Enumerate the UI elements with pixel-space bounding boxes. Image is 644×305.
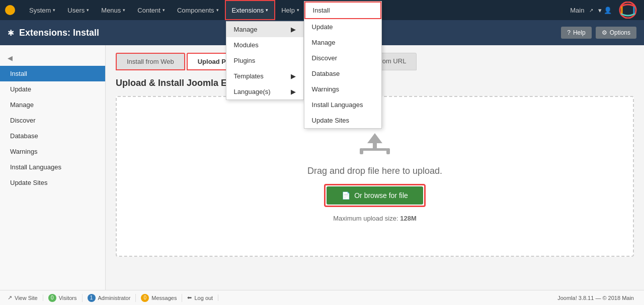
statusbar-visitors-label: Visitors <box>59 295 77 301</box>
upload-limit-text: Maximum upload size: 128M <box>333 215 416 222</box>
chevron-right-icon: ▶ <box>291 72 296 80</box>
chevron-down-icon: ▾ <box>53 8 55 13</box>
ext-submenu-install[interactable]: Install <box>304 2 381 19</box>
user-icon[interactable]: ▾ 👤 <box>598 7 612 14</box>
external-link-icon: ↗ <box>589 8 593 13</box>
ext-submenu-install-languages-label: Install Languages <box>312 101 363 109</box>
ext-submenu-install-languages[interactable]: Install Languages <box>304 97 381 113</box>
sidebar-item-manage[interactable]: Manage <box>0 97 105 113</box>
nav-label-extensions: Extensions <box>232 7 264 14</box>
nav-item-help[interactable]: Help ▾ <box>275 0 305 20</box>
ext-submenu-update-sites[interactable]: Update Sites <box>304 113 381 128</box>
browse-file-button[interactable]: 📄 Or browse for file <box>327 186 423 205</box>
messages-badge: 0 <box>141 294 149 302</box>
sidebar-item-discover[interactable]: Discover <box>0 113 105 128</box>
sidebar-item-update-sites-label: Update Sites <box>10 179 47 186</box>
navbar-right: Main ↗ ▾ 👤 <box>570 2 639 19</box>
ext-submenu-database-label: Database <box>312 70 340 77</box>
back-icon: ◀ <box>8 54 13 62</box>
options-label: Options <box>610 29 630 36</box>
file-icon: 📄 <box>342 191 350 199</box>
nav-item-components[interactable]: Components ▾ <box>171 0 225 20</box>
chevron-down-icon: ▾ <box>216 8 219 13</box>
nav-item-content[interactable]: Content ▾ <box>131 0 171 20</box>
logout-icon: ⬅ <box>187 294 192 301</box>
sidebar-item-install-languages[interactable]: Install Languages <box>0 159 105 175</box>
statusbar-admin-label: Administrator <box>98 295 131 301</box>
ext-submenu-warnings[interactable]: Warnings <box>304 81 381 97</box>
upload-drag-text: Drag and drop file here to upload. <box>307 166 442 176</box>
sidebar-item-update-sites[interactable]: Update Sites <box>0 175 105 190</box>
nav-label-users: Users <box>67 7 85 14</box>
statusbar-logout-label: Log out <box>194 295 213 301</box>
sidebar-item-update-label: Update <box>10 85 31 93</box>
ext-menu-manage[interactable]: Manage ▶ <box>226 22 303 37</box>
upload-limit-value: 128M <box>400 215 417 222</box>
ext-menu-templates-label: Templates <box>234 72 264 80</box>
help-button[interactable]: ? Help <box>561 27 591 39</box>
sidebar-item-install-languages-label: Install Languages <box>10 163 61 171</box>
ext-menu-plugins[interactable]: Plugins <box>226 53 303 68</box>
sidebar-item-install[interactable]: Install <box>0 66 105 81</box>
ext-submenu-update-sites-label: Update Sites <box>312 117 349 124</box>
tab-install-from-web-label: Install from Web <box>127 58 174 65</box>
svg-marker-6 <box>367 133 382 143</box>
ext-menu-modules[interactable]: Modules <box>226 37 303 53</box>
ext-menu-languages-label: Language(s) <box>234 88 271 95</box>
ext-submenu-install-label: Install <box>313 7 330 14</box>
ext-submenu-manage-label: Manage <box>312 39 336 46</box>
upload-icon <box>360 131 390 158</box>
nav-item-users[interactable]: Users ▾ <box>61 0 95 20</box>
nav-item-menus[interactable]: Menus ▾ <box>95 0 131 20</box>
statusbar-logout[interactable]: ⬅ Log out <box>182 294 218 301</box>
extensions-dropdown-menu: Manage ▶ Modules Plugins Templates ▶ Lan… <box>226 21 304 100</box>
sidebar-item-warnings[interactable]: Warnings <box>0 144 105 159</box>
ext-submenu-manage[interactable]: Manage <box>304 35 381 50</box>
statusbar-messages-label: Messages <box>151 295 177 301</box>
statusbar-viewsite[interactable]: ↗ View Site <box>5 294 43 301</box>
nav-item-system[interactable]: System ▾ <box>23 0 61 20</box>
statusbar-viewsite-label: View Site <box>15 295 38 301</box>
ext-submenu-update[interactable]: Update <box>304 19 381 35</box>
upload-limit-label: Maximum upload size: <box>333 215 398 222</box>
statusbar-version: Joomla! 3.8.11 — © 2018 Main <box>552 295 639 301</box>
options-button[interactable]: ⚙ Options <box>596 27 636 39</box>
nav-label-help: Help <box>281 7 295 14</box>
ext-submenu-update-label: Update <box>312 23 333 31</box>
ext-menu-languages[interactable]: Language(s) ▶ <box>226 84 303 99</box>
svg-rect-4 <box>360 148 363 154</box>
subheader-buttons: ? Help ⚙ Options <box>561 27 636 39</box>
sidebar-item-install-label: Install <box>10 70 27 77</box>
admin-badge: 1 <box>88 294 96 302</box>
extensions-submenu: Install Update Manage Discover Database … <box>304 1 382 129</box>
ext-submenu-warnings-label: Warnings <box>312 85 339 93</box>
ext-submenu-discover[interactable]: Discover <box>304 50 381 66</box>
nav-label-menus: Menus <box>101 7 121 14</box>
ext-submenu-database[interactable]: Database <box>304 66 381 81</box>
tab-install-from-web[interactable]: Install from Web <box>116 53 185 70</box>
navbar-brand <box>5 5 18 15</box>
ext-submenu-discover-label: Discover <box>312 54 338 62</box>
visitors-badge: 0 <box>48 294 56 302</box>
main-link[interactable]: Main <box>570 7 584 14</box>
joomla-small-icon <box>5 5 15 15</box>
svg-rect-7 <box>373 143 377 150</box>
nav-item-extensions[interactable]: Extensions ▾ Manage ▶ Modules Plugins Te… <box>225 0 276 20</box>
ext-menu-templates[interactable]: Templates ▶ <box>226 68 303 84</box>
chevron-down-icon: ▾ <box>297 8 299 13</box>
sidebar-back-btn[interactable]: ◀ <box>0 50 105 66</box>
chevron-right-icon: ▶ <box>291 26 296 33</box>
sidebar-item-database[interactable]: Database <box>0 128 105 144</box>
sidebar-item-update[interactable]: Update <box>0 81 105 97</box>
statusbar-visitors: 0 Visitors <box>43 294 83 302</box>
ext-menu-plugins-label: Plugins <box>234 57 256 64</box>
browse-btn-label: Or browse for file <box>354 191 408 199</box>
browse-btn-wrapper: 📄 Or browse for file <box>324 184 426 207</box>
chevron-down-icon: ▾ <box>163 8 165 13</box>
chevron-right-icon: ▶ <box>291 88 296 95</box>
question-icon: ? <box>567 29 571 36</box>
nav-items: System ▾ Users ▾ Menus ▾ Content ▾ Compo… <box>23 0 570 20</box>
top-navbar: System ▾ Users ▾ Menus ▾ Content ▾ Compo… <box>0 0 644 20</box>
sidebar: ◀ Install Update Manage Discover Databas… <box>0 45 106 290</box>
gear-icon: ⚙ <box>602 29 607 36</box>
